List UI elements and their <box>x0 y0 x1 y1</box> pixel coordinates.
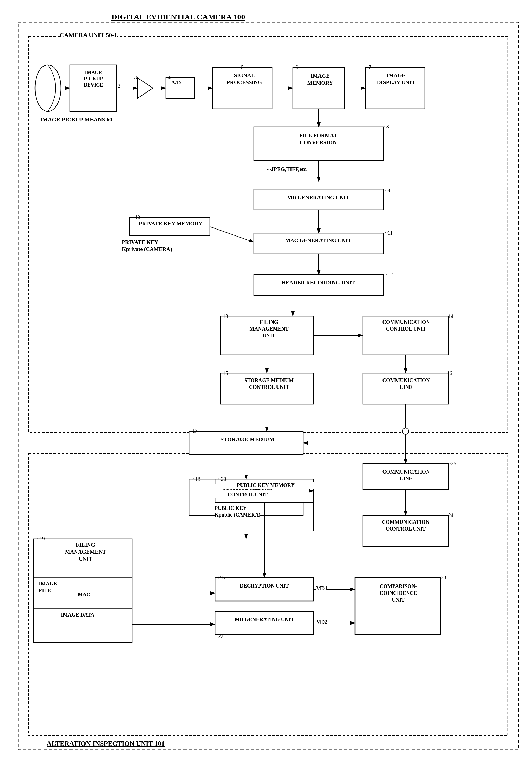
ref-9: ~9 <box>385 188 390 194</box>
image-pickup-device-label: IMAGEPICKUPDEVICE <box>72 69 115 88</box>
mac-label-19: MAC <box>78 591 90 598</box>
svg-point-39 <box>402 428 409 434</box>
comm-ctrl-14-label: COMMUNICATIONCONTROL UNIT <box>366 319 446 332</box>
public-key-desc-label: PUBLIC KEYKpublic (CAMERA) <box>215 504 261 518</box>
ref-3: 3 <box>134 75 137 81</box>
diagram-container: DIGITAL EVIDENTIAL CAMERA 100 CAMERA UNI… <box>8 8 521 751</box>
header-recording-label: HEADER RECORDING UNIT <box>259 279 378 286</box>
image-data-label: IMAGE DATA <box>61 611 94 618</box>
ref-20: ~20 <box>218 476 226 482</box>
ref-16: 16 <box>447 371 452 377</box>
ref-19: ~19 <box>37 536 45 542</box>
ref-11: ~11 <box>385 230 392 236</box>
svg-rect-51 <box>215 578 313 601</box>
svg-marker-9 <box>137 78 153 99</box>
jpeg-tiff-label: ···JPEG,TIFF,etc. <box>267 166 307 173</box>
image-file-label: IMAGEFILE <box>39 580 57 594</box>
comm-line-16-label: COMMUNICATIONLINE <box>366 377 446 390</box>
storage-medium-17-label: STORAGE MEDIUM <box>194 436 301 443</box>
ref-21: 21\ <box>218 575 225 580</box>
image-display-label: IMAGEDISPLAY UNIT <box>369 72 423 86</box>
decryption-unit-label: DECRYPTION UNIT <box>218 582 311 589</box>
comparison-unit-label: COMPARISON-COINCIDENCEUNIT <box>358 583 438 603</box>
ref-4: 4 <box>168 75 171 81</box>
image-memory-label: IMAGEMEMORY <box>298 72 343 87</box>
md-gen-unit-9-label: MD GENERATING UNIT <box>259 194 378 201</box>
ref-10: ~10 <box>132 214 140 220</box>
md2-label: MD2 <box>316 619 327 625</box>
ref-5: 5 <box>241 64 244 70</box>
ad-label: A/D <box>171 79 181 87</box>
svg-rect-3 <box>28 36 508 433</box>
ref-2: 2 <box>118 83 120 89</box>
ref-24: 24 <box>448 512 454 518</box>
storage-ctrl-15-label: STORAGE MEDIUMCONTROL UNIT <box>225 377 313 390</box>
ref-8: ~8 <box>384 124 389 130</box>
signal-processing-label: SIGNALPROCESSING <box>217 72 271 86</box>
svg-point-5 <box>35 65 61 111</box>
ref-25: ~25 <box>448 460 456 466</box>
md-gen-unit-22-label: MD GENERATING UNIT <box>218 616 311 623</box>
private-key-memory-label: PRIVATE KEY MEMORY <box>134 220 207 227</box>
ref-14: 14 <box>448 313 454 319</box>
comm-ctrl-24-label: COMMUNICATIONCONTROL UNIT <box>365 519 446 532</box>
filing-mgmt-13-label: FILINGMANAGEMENTUNIT <box>225 319 313 339</box>
ref-22: 22 <box>218 633 224 639</box>
image-pickup-means-label: IMAGE PICKUP MEANS 60 <box>40 116 112 124</box>
ref-12: ~12 <box>385 271 393 277</box>
ref-15: 15 <box>223 371 228 377</box>
md1-label: MD1 <box>316 585 327 592</box>
main-title: DIGITAL EVIDENTIAL CAMERA 100 <box>111 13 245 21</box>
mac-gen-unit-label: MAC GENERATING UNIT <box>259 237 378 244</box>
ref-23: 23 <box>441 575 446 580</box>
comm-line-25-label: COMMUNICATIONLINE <box>366 468 446 482</box>
svg-line-24 <box>210 227 254 242</box>
private-key-desc-label: PRIVATE KEYKprivate (CAMERA) <box>122 239 172 253</box>
public-key-memory-label: PUBLIC KEY MEMORY <box>217 482 314 489</box>
ref-1: 1 <box>72 63 75 69</box>
file-format-label: FILE FORMATCONVERSION <box>259 132 378 146</box>
camera-unit-label: CAMERA UNIT 50-1 <box>60 31 117 39</box>
ref-6: 6 <box>295 64 298 70</box>
filing-mgmt-19-label: FILINGMANAGEMENTUNIT <box>39 541 132 563</box>
ref-17: 17 <box>192 428 197 434</box>
alteration-unit-label: ALTERATION INSPECTION UNIT 101 <box>47 740 165 748</box>
svg-rect-52 <box>215 611 313 635</box>
ref-7: 7 <box>368 64 371 70</box>
ref-18: ~18 <box>192 476 200 482</box>
